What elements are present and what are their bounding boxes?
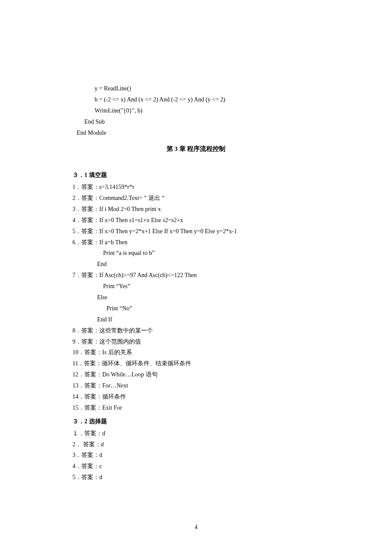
- answer-line: 9．答案：这个范围内的值: [72, 336, 320, 347]
- answer-line: 3．答案：If i Mod 2=0 Then print x: [72, 204, 320, 215]
- answer-line: 6．答案：If a=b Then: [72, 237, 320, 248]
- code-line: End Module: [72, 127, 320, 139]
- code-line: WriteLine("{0}", b): [72, 105, 320, 116]
- answer-line: 14．答案：循环条件: [72, 391, 320, 402]
- answer-line: 3．答案：d: [72, 450, 320, 461]
- answer-line: 10．答案：Is 后的关系: [72, 347, 320, 358]
- answer-line: 11．答案：循环体、循环条件、结束循环条件: [72, 358, 320, 369]
- answer-line: 5．答案：If x>0 Then y=2*x+1 Else If x=0 The…: [72, 226, 320, 237]
- answer-line: 5．答案：d: [72, 472, 320, 483]
- code-line: y = ReadLine(): [72, 83, 320, 94]
- answer-line: 1．答案：s=3.14159*r*r: [72, 182, 320, 193]
- answer-sub-line: End: [72, 259, 320, 270]
- answer-sub-line: Print “a is equal to b”: [72, 248, 320, 259]
- chapter-title: 第 3 章 程序流程控制: [72, 143, 320, 155]
- section-fill-title: ３．1 填空题: [72, 170, 320, 181]
- section-choice-title: ３．2 选择题: [72, 416, 320, 427]
- answer-line: 8．答案：这些常数中的某一个: [72, 325, 320, 336]
- code-line: b = (-2 <= x) And (x <= 2) And (-2 <= y)…: [72, 94, 320, 105]
- answer-line: 2． 答案：d: [72, 439, 320, 450]
- answer-line: 7．答案：If Asc(ch)>=97 And Asc(ch)<=122 The…: [72, 270, 320, 281]
- answer-sub-line: Print “No”: [72, 303, 320, 314]
- answer-line: 12．答案：Do While…Loop 语句: [72, 369, 320, 380]
- answer-line: １．答案：d: [72, 428, 320, 439]
- answer-sub-line: End If: [72, 314, 320, 325]
- fill-answers: 1．答案：s=3.14159*r*r 2．答案：Command2.Text=＂退…: [72, 182, 320, 413]
- answer-line: 4．答案：If x>0 Then s1=s1+x Else s2=s2+x: [72, 215, 320, 226]
- code-tail-block: y = ReadLine() b = (-2 <= x) And (x <= 2…: [72, 83, 320, 138]
- answer-line: 2．答案：Command2.Text=＂退出＂: [72, 193, 320, 204]
- answer-line: 4．答案：c: [72, 461, 320, 472]
- answer-line: 15．答案：Exit For: [72, 402, 320, 413]
- answer-sub-line: Else: [72, 292, 320, 303]
- code-line: End Sub: [72, 116, 320, 127]
- document-page: y = ReadLine() b = (-2 <= x) And (x <= 2…: [0, 0, 392, 555]
- answer-sub-line: Print “Yes”: [72, 281, 320, 292]
- answer-line: 13．答案：For…Next: [72, 380, 320, 391]
- choice-answers: １．答案：d 2． 答案：d 3．答案：d 4．答案：c 5．答案：d: [72, 428, 320, 483]
- page-number: 4: [0, 522, 392, 533]
